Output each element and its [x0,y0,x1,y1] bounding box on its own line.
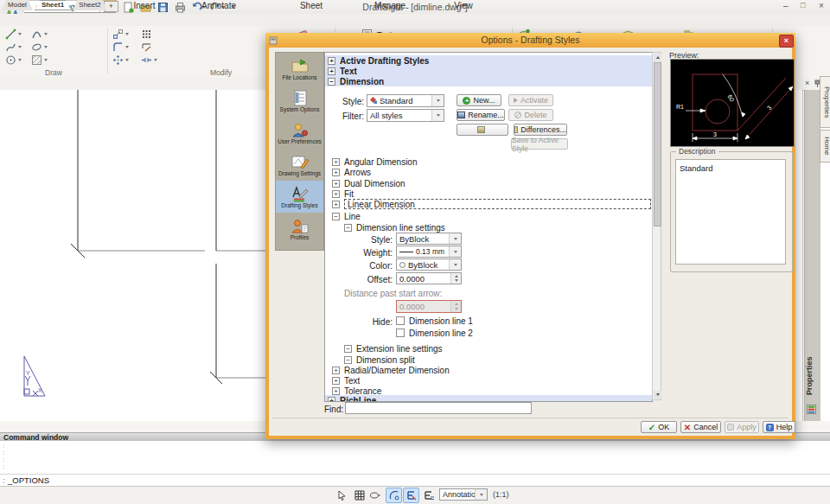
panel-close-icon[interactable]: × [805,79,809,87]
tab-manage[interactable]: Manage [367,0,413,11]
expand-icon[interactable]: + [332,201,340,208]
tab-annotate[interactable]: Annotate [192,0,246,11]
line-tool[interactable] [5,29,22,40]
tab-sheet2[interactable]: Sheet2 [73,0,107,10]
ellipse-tool[interactable] [31,41,48,53]
chevron-down-icon[interactable] [449,233,461,244]
expand-icon[interactable]: + [332,377,340,385]
snap-toggle-button[interactable] [367,488,383,503]
chevron-down-icon[interactable] [449,246,461,257]
checkbox-dimension-line-1[interactable] [396,316,405,325]
expand-icon[interactable]: + [332,158,340,166]
collapse-icon[interactable]: − [344,345,352,353]
spline-tool[interactable] [5,41,22,53]
command-input-line[interactable]: : _OPTIONS [0,474,830,487]
tree-item-text-dimension[interactable]: + Text [332,375,360,386]
expand-icon[interactable]: + [332,190,340,198]
set-overrides-button[interactable] [456,124,508,136]
tree-scrollbar[interactable] [652,52,661,400]
nav-system-options[interactable]: System Options [276,85,323,117]
nav-drawing-settings[interactable]: Drawing Settings [276,149,323,181]
polar-toggle-button[interactable] [386,488,402,503]
print-icon[interactable] [175,2,186,13]
collapse-icon[interactable]: − [328,78,335,86]
chevron-down-icon[interactable] [449,259,461,270]
stretch-tool[interactable] [141,54,157,66]
expand-icon[interactable]: + [332,169,340,176]
chevron-down-icon[interactable] [431,110,444,121]
scroll-down-button[interactable] [654,391,661,399]
chevron-down-icon[interactable] [475,489,487,500]
minimize-button[interactable]: – [783,1,788,10]
nav-drafting-styles[interactable]: Drafting Styles [276,181,323,213]
move-tool[interactable] [112,29,129,40]
chevron-down-icon[interactable] [431,95,444,106]
command-history[interactable]: : : : : [0,441,830,474]
collapse-icon[interactable]: − [332,213,340,220]
grid-toggle-button[interactable] [351,488,367,503]
chevron-down-icon[interactable] [44,33,48,35]
restore-button[interactable]: □ [801,1,805,10]
tab-model[interactable]: Model [2,0,33,10]
scrollbar-thumb[interactable] [654,62,661,226]
distance-spinner-disabled[interactable]: 0.0000 [396,300,462,313]
chevron-down-icon[interactable] [154,59,157,61]
circle-tool[interactable] [5,54,22,66]
expand-icon[interactable]: + [328,57,335,65]
tree-item-radial-diameter-dimension[interactable]: + Radial/Diameter Dimension [332,365,450,375]
description-box[interactable]: Standard [675,159,786,265]
tab-sheet[interactable]: Sheet [292,0,330,11]
tree-item-active-drafting-styles[interactable]: + Active Drafting Styles [325,55,652,66]
tree-item-text[interactable]: + Text [325,66,652,76]
help-button[interactable]: ? Help [763,421,795,433]
tree-item-line[interactable]: − Line [332,211,361,221]
delete-style-button[interactable]: Delete [508,109,553,121]
spinner-buttons[interactable] [450,273,461,284]
properties-panel-label[interactable]: Properties [805,350,819,402]
tab-properties-vertical[interactable]: Properties [820,76,830,128]
scroll-up-button[interactable] [654,54,661,61]
collapse-icon[interactable]: − [344,356,352,364]
apply-button[interactable]: Apply [725,421,759,433]
chevron-down-icon[interactable] [44,46,48,48]
save-to-active-style-button[interactable]: Save to Active Style [511,138,568,150]
tab-sheet1[interactable]: Sheet1 [35,0,71,10]
rename-style-button[interactable]: Rename... [456,109,505,121]
expand-icon[interactable]: + [332,180,340,188]
cancel-button[interactable]: ✕ Cancel [680,421,721,433]
weight-combo[interactable]: 0.13 mm [396,246,462,258]
collapse-icon[interactable]: − [344,224,352,232]
expand-icon[interactable]: + [332,387,340,395]
pattern-tool[interactable] [112,54,129,66]
tree-item-extension-line-settings[interactable]: − Extension line settings [344,343,443,354]
expand-icon[interactable]: + [328,397,335,403]
tree-item-richline[interactable]: + RichLine [325,395,652,402]
tab-home-vertical[interactable]: Home [820,130,830,163]
annotation-scale-combo[interactable]: Annotation [439,488,488,501]
new-style-button[interactable]: + New... [456,94,501,106]
tree-item-fit[interactable]: + Fit [332,188,354,199]
line-style-combo[interactable]: ByBlock [396,233,462,245]
differences-button[interactable]: Differences... [514,124,567,136]
chevron-down-icon[interactable] [18,46,22,48]
nav-user-preferences[interactable]: User Preferences [276,117,323,149]
fillet-tool[interactable] [112,41,129,53]
hide-dimension-line-1-option[interactable]: Dimension line 1 [396,316,473,326]
expand-icon[interactable]: + [332,367,340,374]
expand-icon[interactable]: + [328,67,335,75]
chevron-down-icon[interactable] [125,33,129,35]
nav-profiles[interactable]: Profiles [276,213,323,245]
filter-combo[interactable]: All styles [367,109,444,122]
chevron-down-icon[interactable] [125,46,129,48]
ok-button[interactable]: ✓ OK [641,421,677,433]
find-input[interactable] [345,402,532,414]
chevron-down-icon[interactable] [18,59,22,61]
checkbox-dimension-line-2[interactable] [396,329,405,337]
offset-spinner[interactable]: 0.0000 [396,272,462,284]
tree-item-dimension[interactable]: − Dimension [325,76,652,86]
hide-dimension-line-2-option[interactable]: Dimension line 2 [396,328,473,338]
arc-tool[interactable] [31,29,48,40]
dialog-close-button[interactable]: × [779,35,794,48]
activate-style-button[interactable]: Activate [508,94,553,106]
trim-tool[interactable] [141,41,152,53]
